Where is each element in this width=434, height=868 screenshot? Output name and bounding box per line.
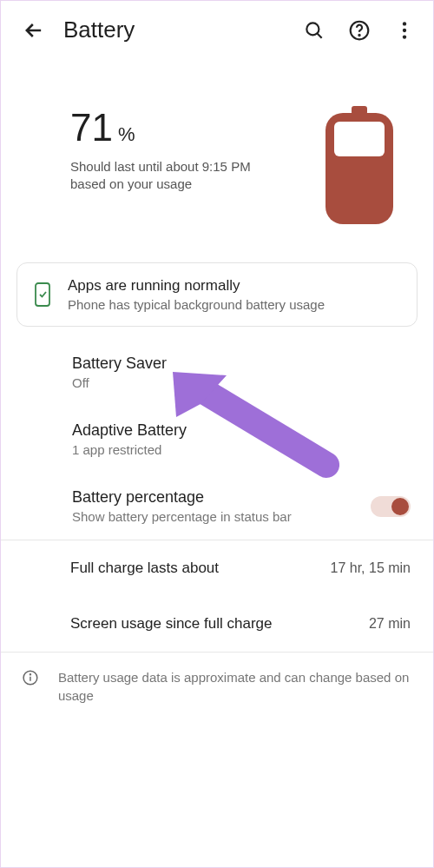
battery-icon <box>320 106 398 228</box>
more-icon[interactable] <box>393 19 416 42</box>
adaptive-battery-row[interactable]: Adaptive Battery 1 app restricted <box>1 406 433 473</box>
row-subtitle: Show battery percentage in status bar <box>72 509 358 524</box>
back-arrow-icon[interactable] <box>22 18 46 43</box>
battery-percent-number: 71 <box>70 106 113 149</box>
battery-estimate: Should last until about 9:15 PM based on… <box>70 158 261 194</box>
full-charge-row[interactable]: Full charge lasts about 17 hr, 15 min <box>1 540 433 596</box>
battery-percentage-toggle[interactable] <box>371 496 411 517</box>
row-subtitle: 1 app restricted <box>72 442 411 457</box>
screen-usage-row[interactable]: Screen usage since full charge 27 min <box>1 596 433 652</box>
card-subtitle: Phone has typical background battery usa… <box>68 297 325 312</box>
stat-value: 27 min <box>369 616 411 632</box>
row-title: Battery Saver <box>72 354 411 373</box>
footer-note: Battery usage data is approximate and ca… <box>1 653 433 720</box>
help-icon[interactable] <box>348 19 371 42</box>
stat-value: 17 hr, 15 min <box>331 560 411 576</box>
svg-point-4 <box>403 28 406 31</box>
svg-point-0 <box>306 23 319 35</box>
info-icon <box>22 668 39 687</box>
apps-status-card[interactable]: Apps are running normally Phone has typi… <box>16 262 418 327</box>
battery-overview: 71 % Should last until about 9:15 PM bas… <box>1 54 433 262</box>
svg-point-3 <box>403 22 406 25</box>
battery-percent-symbol: % <box>118 123 135 146</box>
footer-text: Battery usage data is approximate and ca… <box>58 668 411 705</box>
battery-percentage-row[interactable]: Battery percentage Show battery percenta… <box>1 473 433 540</box>
svg-rect-9 <box>36 283 49 306</box>
card-title: Apps are running normally <box>68 277 325 295</box>
row-title: Adaptive Battery <box>72 421 411 440</box>
svg-point-11 <box>30 674 30 675</box>
stat-label: Screen usage since full charge <box>70 615 272 633</box>
phone-check-icon <box>33 282 52 308</box>
page-title: Battery <box>63 17 286 43</box>
stat-label: Full charge lasts about <box>70 560 219 577</box>
row-title: Battery percentage <box>72 488 358 507</box>
svg-rect-8 <box>334 122 385 156</box>
row-subtitle: Off <box>72 375 411 390</box>
battery-saver-row[interactable]: Battery Saver Off <box>1 339 433 406</box>
search-icon[interactable] <box>303 19 326 42</box>
svg-point-2 <box>358 34 359 35</box>
svg-point-5 <box>403 35 406 38</box>
